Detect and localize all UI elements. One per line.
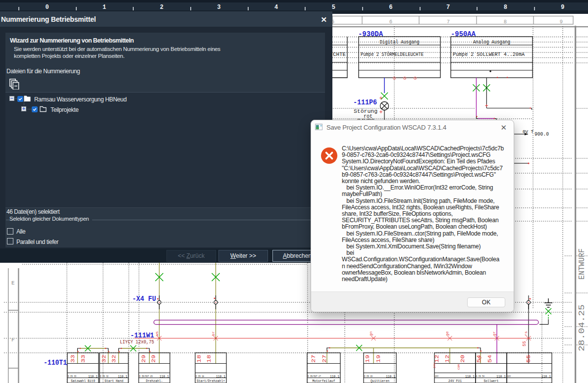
svg-text:LIYCY 12x0,75: LIYCY 12x0,75 — [120, 339, 154, 345]
svg-text:110.1: 110.1 — [330, 374, 339, 379]
svg-text:28.04.25: 28.04.25 — [577, 304, 587, 351]
svg-text:gr: gr — [492, 331, 496, 336]
svg-text:24V: 24V — [435, 375, 438, 378]
svg-text:Start/Drehzahl+: Start/Drehzahl+ — [197, 379, 225, 383]
svg-text:110.1: 110.1 — [541, 374, 551, 379]
svg-text:D IN/OUT 29: D IN/OUT 29 — [139, 375, 153, 378]
svg-text:ws: ws — [155, 331, 159, 336]
svg-text:32: 32 — [111, 355, 117, 363]
svg-text:110.1: 110.1 — [216, 374, 225, 379]
svg-text:12: 12 — [444, 355, 450, 363]
svg-text:29: 29 — [141, 355, 147, 363]
svg-text:27: 27 — [321, 355, 327, 363]
svg-text:D IN/OUT 27: D IN/OUT 27 — [308, 375, 321, 378]
svg-text:ENTWURF: ENTWURF — [577, 248, 587, 280]
svg-text:9: 9 — [560, 19, 563, 25]
svg-text:Drehzahl-: Drehzahl- — [146, 379, 163, 383]
svg-text:rs: rs — [524, 331, 528, 336]
svg-text:-111W1: -111W1 — [130, 332, 154, 340]
svg-text:Quittieren: Quittieren — [371, 379, 389, 383]
svg-text:12: 12 — [434, 355, 440, 363]
svg-text:gn: gn — [369, 331, 373, 336]
svg-text:110.1: 110.1 — [496, 374, 506, 379]
svg-text:18: 18 — [196, 355, 202, 363]
svg-text:24V: 24V — [433, 363, 436, 368]
svg-text:Analog Ausgang: Analog Ausgang — [473, 39, 510, 45]
svg-text:33: 33 — [80, 355, 86, 363]
svg-text:20: 20 — [460, 355, 466, 363]
svg-text:54: 54 — [487, 355, 493, 363]
svg-text:Digital Ausgang: Digital Ausgang — [380, 39, 420, 45]
svg-text:32: 32 — [101, 355, 107, 363]
svg-text:-111P6: -111P6 — [353, 98, 377, 107]
svg-text:D IN 32: D IN 32 — [100, 375, 108, 378]
svg-text:7: 7 — [447, 19, 450, 25]
svg-text:-930DA: -930DA — [358, 30, 383, 39]
svg-text:-X4 FU: -X4 FU — [132, 295, 156, 303]
svg-text:F: F — [11, 337, 15, 343]
svg-text:-110T1: -110T1 — [44, 359, 67, 367]
svg-text:18: 18 — [206, 355, 212, 363]
svg-text:33: 33 — [70, 355, 76, 363]
svg-text:10V: 10V — [507, 375, 511, 378]
svg-text:Motorfeilauf: Motorfeilauf — [313, 379, 335, 383]
svg-text:24V FU1: 24V FU1 — [448, 379, 462, 383]
svg-text:54: 54 — [476, 355, 482, 363]
svg-text:D IN 18: D IN 18 — [196, 375, 204, 378]
svg-text:-950AA: -950AA — [451, 30, 476, 39]
svg-text:110.1: 110.1 — [386, 374, 395, 379]
svg-text:55: 55 — [522, 341, 527, 346]
svg-text:55: 55 — [526, 355, 532, 363]
svg-text:110.1: 110.1 — [160, 374, 169, 379]
svg-text:6: 6 — [389, 19, 392, 25]
svg-text:Start Hand: Start Hand — [105, 379, 123, 383]
svg-text:8: 8 — [504, 19, 507, 25]
svg-text:A IN 54: A IN 54 — [476, 375, 484, 378]
svg-text:110.1: 110.1 — [465, 374, 475, 379]
svg-text:29: 29 — [151, 355, 157, 363]
svg-text:900.0: 900.0 — [535, 131, 549, 137]
svg-text:Satzwahl Bit0: Satzwahl Bit0 — [71, 379, 95, 383]
svg-text:27: 27 — [311, 355, 317, 363]
svg-text:110.1: 110.1 — [118, 374, 127, 379]
svg-text:E: E — [11, 280, 15, 286]
svg-text:br: br — [211, 331, 215, 336]
svg-text:ge: ge — [445, 331, 449, 336]
svg-text:19: 19 — [365, 355, 371, 363]
svg-text:19: 19 — [375, 355, 381, 363]
svg-text:Sollwert: Sollwert — [484, 379, 499, 383]
svg-text:D IN 19: D IN 19 — [364, 375, 373, 378]
svg-text:CHTE: CHTE — [333, 51, 346, 57]
svg-text:COM: COM — [457, 364, 461, 370]
svg-text:D IN 33: D IN 33 — [68, 375, 76, 378]
svg-text:Pumpe 2 SOLLWERT 4..20mA: Pumpe 2 SOLLWERT 4..20mA — [453, 51, 525, 57]
svg-text:Pumpe 2 STÖRMELDELEUCHTE: Pumpe 2 STÖRMELDELEUCHTE — [361, 51, 424, 57]
svg-text:110.1: 110.1 — [88, 374, 98, 379]
